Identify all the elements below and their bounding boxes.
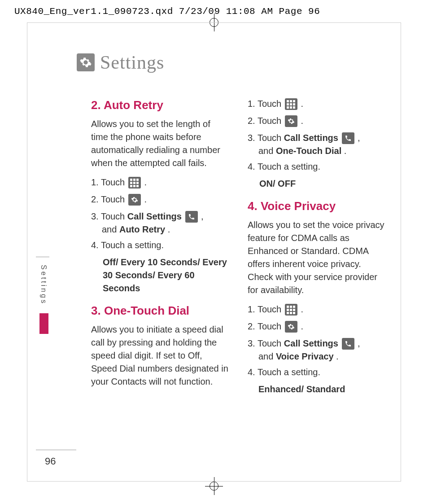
phone-icon — [342, 338, 354, 350]
step-text: and — [102, 224, 119, 234]
side-tab: Settings — [39, 260, 48, 334]
phone-icon — [185, 211, 198, 223]
print-header: UX840_Eng_ver1.1_090723.qxd 7/23/09 11:0… — [14, 6, 320, 17]
step-text: 2. Touch — [248, 322, 284, 332]
right-column: 1. Touch . 2. Touch . 3. Touch Call Sett… — [248, 98, 385, 396]
step-text: 3. Touch — [91, 212, 127, 222]
step-text: 3. Touch — [248, 339, 284, 349]
step-bold: One-Touch Dial — [276, 146, 341, 156]
step-text: 1. Touch — [248, 99, 284, 109]
gear-icon — [77, 53, 95, 71]
step-text: . — [301, 116, 303, 126]
step-bold: Call Settings — [127, 212, 182, 222]
step-text: 3. Touch — [248, 133, 284, 143]
step-text: , — [201, 212, 204, 222]
page-title: Settings — [100, 52, 164, 73]
step-text: 2. Touch — [248, 116, 284, 126]
menu-grid-icon — [285, 304, 297, 316]
settings-header: Settings — [77, 52, 385, 73]
heading-one-touch: 3. One-Touch Dial — [91, 304, 229, 318]
gear-icon — [128, 194, 141, 206]
options-text: Enhanced/ Standard — [258, 383, 385, 396]
step-text: . — [301, 305, 303, 315]
gear-icon — [285, 321, 297, 333]
options-text: ON/ OFF — [259, 177, 385, 190]
step-text: . — [144, 195, 147, 205]
step-text: , — [358, 339, 360, 349]
page-content: Settings 2. Auto Retry Allows you to set… — [43, 52, 385, 464]
step-bold: Call Settings — [284, 133, 338, 143]
desc-voice-privacy: Allows you to set the voice privacy feat… — [248, 219, 385, 297]
step-text: . — [344, 146, 347, 156]
menu-grid-icon — [285, 98, 297, 110]
step-text: . — [336, 351, 339, 361]
menu-grid-icon — [128, 177, 141, 188]
divider — [36, 257, 49, 257]
step-text: . — [168, 224, 170, 234]
step-bold: Voice Privacy — [276, 351, 334, 361]
side-tab-bar — [39, 313, 48, 334]
divider — [36, 450, 76, 450]
heading-auto-retry: 2. Auto Retry — [91, 98, 229, 112]
step-bold: Call Settings — [284, 339, 338, 349]
step-text: . — [144, 178, 147, 188]
desc-auto-retry: Allows you to set the length of time the… — [91, 118, 229, 170]
heading-voice-privacy: 4. Voice Privacy — [248, 199, 385, 213]
step-text: and — [258, 146, 276, 156]
options-text: Off/ Every 10 Seconds/ Every 30 Seconds/… — [103, 256, 229, 295]
step-text: and — [258, 351, 276, 361]
page-number: 96 — [45, 456, 56, 467]
left-column: 2. Auto Retry Allows you to set the leng… — [91, 98, 229, 396]
step-bold: Auto Retry — [119, 224, 165, 234]
step-text: 2. Touch — [91, 195, 127, 205]
step-text: 4. Touch a setting. — [248, 367, 385, 377]
phone-icon — [342, 132, 354, 144]
step-text: , — [358, 133, 360, 143]
step-text: 4. Touch a setting. — [248, 162, 385, 172]
gear-icon — [285, 115, 297, 127]
step-text: 4. Touch a setting. — [91, 240, 229, 250]
step-text: . — [301, 99, 303, 109]
step-text: 1. Touch — [248, 305, 284, 315]
step-text: 1. Touch — [91, 178, 127, 188]
step-text: . — [301, 322, 303, 332]
side-tab-label: Settings — [39, 260, 48, 310]
desc-one-touch: Allows you to initiate a speed dial call… — [91, 323, 229, 388]
